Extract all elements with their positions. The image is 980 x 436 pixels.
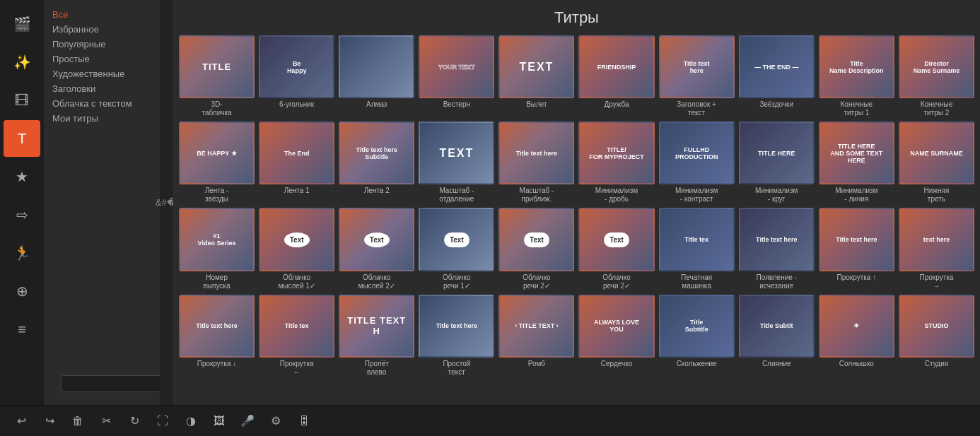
tile-thumbnail: Title Subtitle [659, 295, 735, 358]
tile-lower-third[interactable]: NAME SURNAME Нижняя треть [899, 122, 974, 204]
tile-preview: Director Name Surname [900, 37, 973, 97]
tile-thumbnail: Text [259, 208, 334, 271]
tile-thumbnail: Title text here [739, 208, 815, 271]
tile-thumbnail: TEXT [498, 35, 574, 98]
tile-speech-bubble-3[interactable]: Text Облачко речи 2✓ [578, 208, 654, 290]
tile-slide[interactable]: Title Subtitle Скольжение [659, 295, 735, 377]
plus-circle-icon[interactable]: ⊕ [4, 273, 40, 310]
transition-icon[interactable]: ⇨ [4, 196, 40, 233]
tile-header-text[interactable]: Title text here Заголовок + текст [659, 35, 735, 117]
tile-plain-text[interactable]: Title text here Простой текст [419, 295, 494, 377]
crop-button[interactable]: ⛶ [150, 408, 175, 434]
tile-minimal-circle[interactable]: TITLE HERE Минимализм - круг [739, 122, 815, 204]
tile-heart[interactable]: ALWAYS LOVE YOU Сердечко [578, 295, 654, 377]
tile-ribbon-1[interactable]: The End Лента 1 [259, 122, 334, 204]
menu-icon[interactable]: ≡ [4, 311, 40, 348]
tile-ribbon-2[interactable]: Title text here Subtitle Лента 2 [339, 122, 414, 204]
tile-issue-number[interactable]: #1 Video Series Номер выпуска [179, 208, 255, 290]
tile-thought-bubble-1[interactable]: Text Облачко мыслей 1✓ [259, 208, 334, 290]
undo-button[interactable]: ↩ [8, 408, 34, 434]
tile-label: Конечные титры 1 [819, 100, 894, 117]
delete-button[interactable]: 🗑 [65, 408, 91, 434]
tile-western[interactable]: YOUR TEXT Вестерн [419, 35, 494, 117]
image-button[interactable]: 🖼 [206, 408, 232, 434]
tile-preview: Title Name Description [820, 37, 893, 97]
content-area: Титры TITLE 3D- табличка Be Happy 6-угол… [173, 0, 980, 405]
tile-scroll-right[interactable]: text here Прокрутка → [899, 208, 974, 290]
category-item[interactable]: Простые [52, 52, 151, 66]
motion-icon[interactable]: 🏃 [4, 235, 40, 271]
magic-icon[interactable]: ✨ [4, 44, 40, 81]
tile-thumbnail: YOUR TEXT [419, 35, 494, 98]
category-item[interactable]: Заголовки [52, 81, 151, 96]
tile-preview: TITLE [180, 37, 253, 97]
tile-minimal-fraction[interactable]: TITLE/ FOR MYPROJECT Минимализм - дробь [578, 122, 654, 204]
audio-button[interactable]: 🎤 [235, 408, 260, 434]
tile-hexagon[interactable]: Be Happy 6-угольник [259, 35, 334, 117]
tile-label: Нижняя треть [899, 187, 974, 204]
tile-merge[interactable]: Title Subtit Слияние [739, 295, 815, 377]
tile-preview: ALWAYS LOVE YOU [580, 296, 653, 356]
tile-thumbnail: Text [498, 208, 574, 271]
tile-thought-bubble-2[interactable]: Text Облачко мыслей 2✓ [339, 208, 414, 290]
tile-end-titles-2[interactable]: Director Name Surname Конечные титры 2 [899, 35, 974, 117]
tile-fly-in[interactable]: TITLE TEXT H Пролёт влево [339, 295, 414, 377]
star-icon[interactable]: ★ [4, 158, 40, 195]
tile-thumbnail: ALWAYS LOVE YOU [578, 295, 654, 358]
redo-button[interactable]: ↪ [37, 408, 62, 434]
search-input[interactable] [61, 375, 161, 392]
tile-end-titles-1[interactable]: Title Name Description Конечные титры 1 [819, 35, 894, 117]
tile-thumbnail: Title text here [498, 122, 574, 184]
tile-appear-disappear[interactable]: Title text here Появление - исчезание [739, 208, 815, 290]
category-item[interactable]: Популярные [52, 37, 151, 52]
tile-preview: Title text here [180, 296, 253, 356]
tile-studio[interactable]: STUDIO Студия [899, 295, 974, 377]
film-icon[interactable]: 🎬 [4, 6, 40, 42]
tile-friendship[interactable]: FRIENDSHIP Дружба [578, 35, 654, 117]
tile-minimal-line[interactable]: TITLE HERE AND SOME TEXT HERE Минимализм… [819, 122, 894, 204]
tile-preview: Title text here [740, 209, 813, 269]
tile-typewriter[interactable]: Title tex Печатная машинка [659, 208, 735, 290]
category-item[interactable]: Мои титры [52, 111, 151, 126]
tile-ribbon-stars[interactable]: BE HAPPY ★ Лента - звёзды [179, 122, 255, 204]
tile-preview: TITLE HERE AND SOME TEXT HERE [820, 123, 893, 183]
filmstrip-icon[interactable]: 🎞 [4, 82, 40, 119]
settings-button[interactable]: ⚙ [263, 408, 288, 434]
tile-rhombus[interactable]: ‹ TITLE TEXT › Ромб [498, 295, 574, 377]
tile-scroll-left[interactable]: Title tex Прокрутка ← [259, 295, 334, 377]
tile-diamond[interactable]: Алмаз [339, 35, 414, 117]
tile-sunshine[interactable]: ☀ Солнышко [819, 295, 894, 377]
tile-thumbnail: BE HAPPY ★ [179, 122, 255, 184]
tile-scroll-up[interactable]: Title text here Прокрутка ↑ [819, 208, 894, 290]
collapse-panel-button[interactable]: &#�; [161, 0, 173, 405]
text-icon[interactable]: T [4, 120, 40, 157]
category-panel: ВсеИзбранноеПопулярныеПростыеХудожествен… [44, 0, 161, 405]
cut-button[interactable]: ✂ [93, 408, 119, 434]
tile-scale-in[interactable]: Title text here Масштаб - приближ. [498, 122, 574, 204]
tile-preview: text here [900, 209, 973, 269]
category-item[interactable]: Художественные [52, 66, 151, 81]
tile-scale-out[interactable]: text Масштаб - отдаление [419, 122, 494, 204]
tile-3d-plate[interactable]: TITLE 3D- табличка [179, 35, 255, 117]
tile-stars[interactable]: — THE END — Звёздочки [739, 35, 815, 117]
tile-speech-bubble-2[interactable]: Text Облачко речи 2✓ [498, 208, 574, 290]
tile-label: Пролёт влево [339, 360, 414, 377]
brightness-button[interactable]: ◑ [178, 408, 204, 434]
tile-thumbnail: TITLE TEXT H [339, 295, 414, 358]
equalizer-button[interactable]: 🎛 [291, 408, 317, 434]
tile-thumbnail: Title text here Subtitle [339, 122, 414, 184]
tile-flyout[interactable]: TEXT Вылет [498, 35, 574, 117]
tile-preview: Title Subtit [740, 296, 813, 356]
refresh-button[interactable]: ↻ [122, 408, 147, 434]
tile-scroll-down[interactable]: Title text here Прокрутка ↓ [179, 295, 255, 377]
tile-speech-bubble-1[interactable]: Text Облачко речи 1✓ [419, 208, 494, 290]
tiles-grid-scroll[interactable]: TITLE 3D- табличка Be Happy 6-угольник А… [173, 33, 980, 405]
category-item[interactable]: Облачка с текстом [52, 96, 151, 111]
tile-preview: Title text here [420, 296, 493, 356]
tile-minimal-contrast[interactable]: FULLHD PRODUCTION Минимализм - контраст [659, 122, 735, 204]
tile-thumbnail: The End [259, 122, 334, 184]
tile-thumbnail: NAME SURNAME [899, 122, 974, 184]
category-item[interactable]: Все [52, 7, 151, 22]
tile-preview: Title text here [660, 37, 733, 97]
category-item[interactable]: Избранное [52, 22, 151, 37]
